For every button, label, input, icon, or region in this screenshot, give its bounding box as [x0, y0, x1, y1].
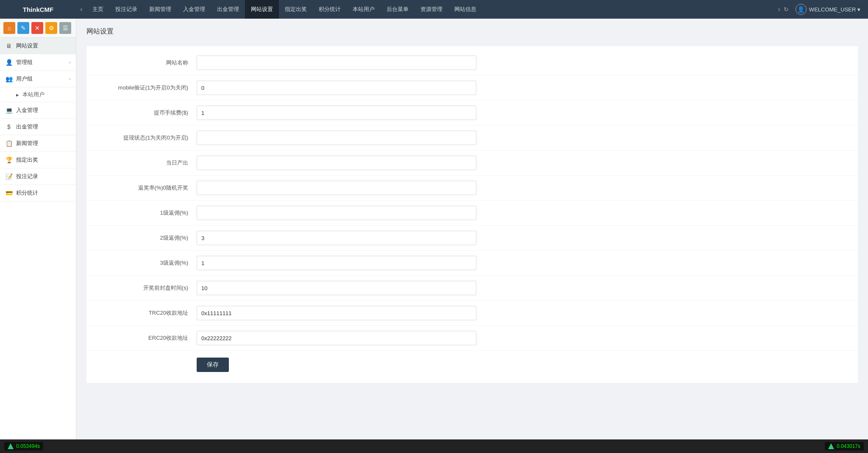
form-label-level1_rebate: 1级返佣(%)	[95, 209, 197, 217]
form-input-level2_rebate[interactable]	[197, 231, 476, 245]
nav-item-出金管理[interactable]: 出金管理	[211, 0, 245, 19]
menu-icon[interactable]: ☰	[59, 22, 71, 34]
menu-icon-9: 💳	[5, 190, 13, 196]
sidebar-menu-label: 入金管理	[16, 106, 71, 114]
sidebar-sub-本站用户[interactable]: ▸本站用户	[0, 87, 76, 102]
top-navigation: ThinkCMF ‹ 主页投注记录新闻管理入金管理出金管理网站设置指定出奖积分统…	[0, 0, 868, 19]
nav-next-arrow[interactable]: ›	[778, 6, 780, 13]
sidebar-menu-label: 管理组	[16, 59, 66, 66]
nav-item-主页[interactable]: 主页	[86, 0, 109, 19]
form-input-mobile_verify[interactable]	[197, 81, 476, 95]
user-avatar-icon: 👤	[796, 4, 807, 15]
timing-right: 0.043017s	[825, 442, 864, 450]
nav-prev-arrow[interactable]: ‹	[76, 6, 86, 13]
page-title: 网站设置	[86, 27, 858, 36]
bottom-timing-bar: 0.053494s 0.043017s	[0, 439, 868, 453]
sidebar-menu-label: 投注记录	[16, 173, 71, 180]
sidebar-item-投注记录[interactable]: 📝投注记录	[0, 168, 76, 185]
form-input-site_name[interactable]	[197, 56, 476, 70]
sidebar-sub-label: 本站用户	[22, 91, 45, 98]
refresh-button[interactable]: ↻	[784, 6, 789, 13]
menu-icon-6: 📋	[5, 140, 13, 147]
form-row-return_rate: 返奖率(%)0随机开奖	[86, 176, 858, 201]
nav-item-后台菜单[interactable]: 后台菜单	[381, 0, 415, 19]
sidebar-menu: 🖥网站设置👤管理组›👥用户组›▸本站用户💻入金管理$出金管理📋新闻管理🏆指定出奖…	[0, 38, 76, 453]
timing-left-icon	[8, 443, 14, 449]
timing-left-value: 0.053494s	[16, 443, 40, 449]
timing-left: 0.053494s	[4, 442, 43, 450]
menu-icon-8: 📝	[5, 173, 13, 180]
delete-icon[interactable]: ✕	[31, 22, 43, 34]
nav-item-网站设置[interactable]: 网站设置	[245, 0, 279, 19]
form-input-trc20_address[interactable]	[197, 306, 476, 320]
form-label-mobile_verify: mobile验证(1为开启0为关闭)	[95, 84, 197, 92]
nav-item-投注记录[interactable]: 投注记录	[109, 0, 143, 19]
form-input-level3_rebate[interactable]	[197, 256, 476, 270]
main-content: 网站设置 网站名称mobile验证(1为开启0为关闭)提币手续费($)提现状态(…	[76, 19, 868, 453]
timing-right-icon	[828, 443, 834, 449]
nav-right-controls: › ↻ 👤 WELCOME_USER ▾	[778, 4, 868, 15]
form-row-erc20_address: ERC20收款地址	[86, 326, 858, 351]
nav-item-指定出奖[interactable]: 指定出奖	[279, 0, 313, 19]
form-label-daily_output: 当日产出	[95, 159, 197, 167]
menu-icon-5: $	[5, 123, 13, 130]
menu-arrow-icon: ›	[69, 76, 71, 82]
form-input-close_time[interactable]	[197, 281, 476, 295]
form-row-level2_rebate: 2级返佣(%)	[86, 226, 858, 251]
form-label-withdraw_fee: 提币手续费($)	[95, 109, 197, 117]
nav-item-入金管理[interactable]: 入金管理	[177, 0, 211, 19]
menu-arrow-icon: ›	[69, 59, 71, 65]
sidebar-menu-label: 用户组	[16, 75, 66, 83]
form-row-mobile_verify: mobile验证(1为开启0为关闭)	[86, 76, 858, 101]
form-input-erc20_address[interactable]	[197, 331, 476, 345]
sidebar-item-网站设置[interactable]: 🖥网站设置	[0, 38, 76, 54]
sidebar: ⌂✎✕⚙☰ 🖥网站设置👤管理组›👥用户组›▸本站用户💻入金管理$出金管理📋新闻管…	[0, 19, 76, 453]
sidebar-menu-label: 出金管理	[16, 123, 71, 131]
form-label-return_rate: 返奖率(%)0随机开奖	[95, 184, 197, 192]
nav-item-积分统计[interactable]: 积分统计	[313, 0, 347, 19]
sidebar-item-用户组[interactable]: 👥用户组›	[0, 71, 76, 87]
edit-icon[interactable]: ✎	[17, 22, 29, 34]
nav-items-container: 主页投注记录新闻管理入金管理出金管理网站设置指定出奖积分统计本站用户后台菜单资源…	[86, 0, 778, 19]
form-label-close_time: 开奖前封盘时间(s)	[95, 284, 197, 292]
home-icon[interactable]: ⌂	[3, 22, 15, 34]
sidebar-menu-label: 指定出奖	[16, 156, 71, 164]
form-input-withdraw_fee[interactable]	[197, 106, 476, 120]
main-layout: ⌂✎✕⚙☰ 🖥网站设置👤管理组›👥用户组›▸本站用户💻入金管理$出金管理📋新闻管…	[0, 19, 868, 453]
form-row-level3_rebate: 3级返佣(%)	[86, 251, 858, 276]
sidebar-item-新闻管理[interactable]: 📋新闻管理	[0, 135, 76, 152]
form-input-return_rate[interactable]	[197, 181, 476, 195]
form-row-withdraw_status: 提现状态(1为关闭0为开启)	[86, 126, 858, 151]
form-label-trc20_address: TRC20收款地址	[95, 309, 197, 317]
sidebar-item-积分统计[interactable]: 💳积分统计	[0, 185, 76, 201]
sidebar-item-指定出奖[interactable]: 🏆指定出奖	[0, 152, 76, 168]
save-button[interactable]: 保存	[197, 358, 229, 372]
nav-item-网站信息[interactable]: 网站信息	[448, 0, 482, 19]
form-row-level1_rebate: 1级返佣(%)	[86, 201, 858, 226]
menu-icon-0: 🖥	[5, 42, 13, 49]
form-input-daily_output[interactable]	[197, 156, 476, 170]
settings-icon[interactable]: ⚙	[45, 22, 57, 34]
nav-item-新闻管理[interactable]: 新闻管理	[143, 0, 177, 19]
sidebar-item-管理组[interactable]: 👤管理组›	[0, 54, 76, 71]
form-input-withdraw_status[interactable]	[197, 131, 476, 145]
nav-item-资源管理[interactable]: 资源管理	[415, 0, 448, 19]
sidebar-menu-label: 积分统计	[16, 189, 71, 197]
form-row-close_time: 开奖前封盘时间(s)	[86, 276, 858, 301]
form-label-withdraw_status: 提现状态(1为关闭0为开启)	[95, 134, 197, 142]
form-input-level1_rebate[interactable]	[197, 206, 476, 220]
form-actions: 保存	[86, 351, 858, 375]
sidebar-item-出金管理[interactable]: $出金管理	[0, 119, 76, 135]
user-menu[interactable]: 👤 WELCOME_USER ▾	[792, 4, 864, 15]
nav-item-本站用户[interactable]: 本站用户	[347, 0, 381, 19]
form-row-trc20_address: TRC20收款地址	[86, 301, 858, 326]
timing-right-value: 0.043017s	[837, 443, 860, 449]
sidebar-toolbar: ⌂✎✕⚙☰	[0, 19, 76, 38]
menu-icon-4: 💻	[5, 107, 13, 114]
form-label-erc20_address: ERC20收款地址	[95, 334, 197, 342]
menu-icon-7: 🏆	[5, 157, 13, 163]
sidebar-item-入金管理[interactable]: 💻入金管理	[0, 102, 76, 119]
form-row-withdraw_fee: 提币手续费($)	[86, 101, 858, 126]
settings-form-container: 网站名称mobile验证(1为开启0为关闭)提币手续费($)提现状态(1为关闭0…	[86, 46, 858, 383]
form-label-level3_rebate: 3级返佣(%)	[95, 259, 197, 267]
